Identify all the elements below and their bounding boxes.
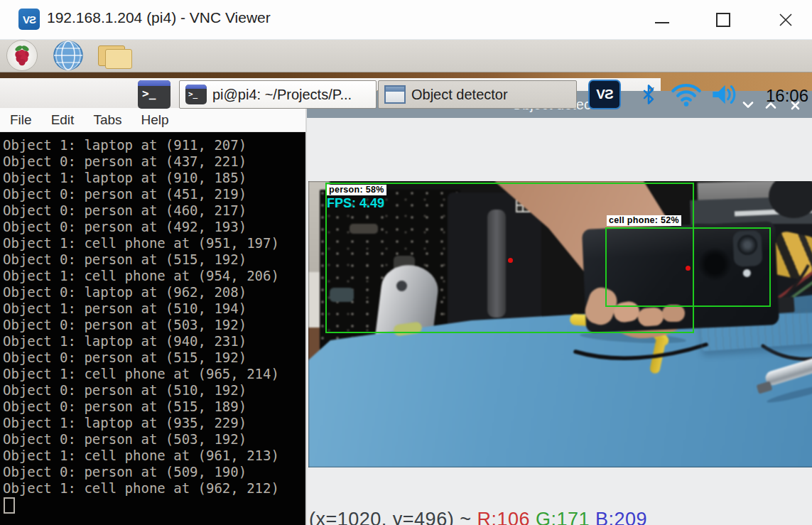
- volume-icon[interactable]: [709, 83, 743, 106]
- menu-tabs[interactable]: Tabs: [93, 112, 121, 128]
- vnc-window-title: 192.168.1.204 (pi4) - VNC Viewer: [47, 9, 271, 26]
- taskbar-button-detector[interactable]: Object detector: [378, 80, 577, 109]
- minimize-icon: [655, 22, 669, 23]
- browser-launcher[interactable]: [51, 40, 85, 71]
- taskbar: >_ >_ pi@pi4: ~/Projects/P... Object det…: [0, 39, 812, 72]
- detection-center-dot: [686, 266, 691, 271]
- terminal-icon: >_: [185, 85, 207, 104]
- screen: pi@pi4: ~/Projects/Python/tflite/object_…: [0, 0, 812, 525]
- green-value: G:171: [536, 509, 590, 525]
- globe-icon: [53, 40, 84, 71]
- wifi-icon[interactable]: [668, 82, 705, 107]
- window-icon: [384, 85, 406, 104]
- taskbar-button-label: Object detector: [411, 87, 508, 103]
- maximize-icon: [716, 13, 730, 27]
- terminal-cursor: [4, 497, 15, 514]
- vnc-app-icon: VƧ: [18, 9, 40, 30]
- chevron-down-icon: [742, 102, 754, 109]
- bluetooth-icon[interactable]: [638, 81, 659, 108]
- close-button[interactable]: [772, 10, 800, 30]
- object-detector-window: Object detector: [305, 91, 812, 525]
- menu-button[interactable]: [6, 40, 38, 71]
- terminal-menubar: File Edit Tabs Help: [0, 108, 305, 132]
- terminal-launcher[interactable]: >_: [138, 80, 170, 109]
- raspberry-icon: [11, 44, 33, 67]
- taskbar-button-label: pi@pi4: ~/Projects/P...: [212, 87, 352, 103]
- detection-overlay: FPS: 4.49 person: 58%cell phone: 52%: [308, 181, 812, 467]
- clock[interactable]: 16:06: [756, 86, 808, 106]
- detection-center-dot: [508, 258, 513, 263]
- camera-feed: FPS: 4.49 person: 58%cell phone: 52%: [308, 181, 812, 467]
- blue-value: B:209: [595, 509, 647, 525]
- minimize-button[interactable]: [648, 10, 676, 30]
- folder-icon: [105, 49, 132, 69]
- file-manager-launcher[interactable]: [94, 40, 134, 71]
- maximize-button[interactable]: [709, 10, 737, 30]
- red-value: R:106: [477, 509, 530, 525]
- cursor-coords: (x=1020, y=496) ~: [309, 509, 477, 525]
- vnc-titlebar: VƧ 192.168.1.204 (pi4) - VNC Viewer: [0, 0, 812, 40]
- pixel-status-readout: (x=1020, y=496) ~ R:106 G:171 B:209: [309, 509, 647, 525]
- menu-file[interactable]: File: [10, 112, 32, 128]
- taskbar-button-terminal[interactable]: >_ pi@pi4: ~/Projects/P...: [179, 80, 377, 109]
- detection-label: person: 58%: [327, 185, 386, 195]
- menu-edit[interactable]: Edit: [51, 112, 75, 128]
- detection-label: cell phone: 52%: [607, 215, 681, 226]
- vnc-tray-icon[interactable]: VƧ: [588, 80, 621, 109]
- terminal-prompt-icon: >_: [138, 86, 170, 99]
- close-icon: [778, 12, 794, 28]
- menu-help[interactable]: Help: [141, 112, 169, 128]
